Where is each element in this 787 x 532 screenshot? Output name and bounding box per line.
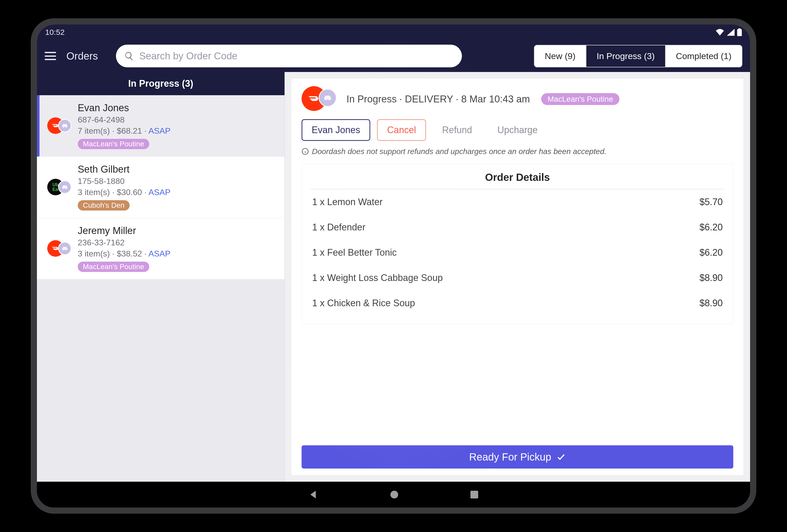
line-item-name: 1 x Feel Better Tonic (312, 247, 397, 258)
page-title: Orders (66, 50, 98, 62)
line-item-price: $6.20 (700, 222, 723, 233)
ready-button-label: Ready For Pickup (469, 451, 551, 463)
order-code: 236-33-7162 (78, 238, 274, 247)
check-icon (556, 452, 566, 462)
order-summary: 7 item(s) · $68.21 · ASAP (78, 126, 274, 136)
signal-icon (727, 29, 735, 36)
delivery-car-icon (58, 242, 71, 255)
clock-text: 10:52 (45, 28, 65, 37)
home-icon[interactable] (390, 491, 398, 498)
customer-name: Seth Gilbert (78, 164, 274, 175)
battery-icon (737, 28, 742, 36)
tab-new[interactable]: New (9) (534, 45, 587, 67)
search-input[interactable] (139, 50, 454, 62)
order-code: 687-64-2498 (78, 115, 274, 125)
system-nav-bar (37, 482, 750, 508)
restriction-note: Doordash does not support refunds and up… (302, 147, 733, 156)
delivery-car-icon (58, 119, 71, 132)
order-summary: 3 item(s) · $30.60 · ASAP (78, 187, 274, 197)
delivery-car-icon (58, 180, 71, 194)
ready-for-pickup-button[interactable]: Ready For Pickup (302, 445, 733, 468)
location-badge: Cuboh's Den (78, 200, 130, 210)
line-item: 1 x Chicken & Rice Soup$8.90 (311, 290, 724, 316)
refund-button: Refund (433, 119, 481, 141)
line-item-price: $8.90 (700, 272, 723, 283)
tab-in-progress[interactable]: In Progress (3) (587, 45, 666, 67)
order-details-title: Order Details (311, 172, 724, 190)
status-tabs: New (9) In Progress (3) Completed (1) (534, 45, 742, 67)
back-icon[interactable] (309, 490, 318, 499)
customer-name: Jeremy Miller (78, 225, 274, 236)
order-speed: ASAP (148, 187, 170, 197)
line-item: 1 x Weight Loss Cabbage Soup$8.90 (311, 265, 724, 290)
svg-rect-1 (739, 28, 741, 30)
location-badge: MacLean's Poutine (78, 262, 149, 272)
upcharge-button: Upcharge (488, 119, 547, 141)
order-code: 175-58-1880 (78, 176, 274, 186)
location-badge: MacLean's Poutine (78, 139, 149, 149)
line-item-name: 1 x Lemon Water (312, 197, 383, 207)
orders-sidebar: In Progress (3) Evan Jones687-64-24987 i… (37, 72, 285, 482)
order-detail-panel: In Progress · DELIVERY · 8 Mar 10:43 am … (291, 78, 744, 475)
order-status-line: In Progress · DELIVERY · 8 Mar 10:43 am (346, 94, 530, 105)
status-bar: 10:52 (37, 24, 750, 40)
info-icon (302, 148, 309, 155)
line-item-name: 1 x Defender (312, 222, 365, 233)
order-card[interactable]: Jeremy Miller236-33-71623 item(s) · $38.… (37, 218, 284, 280)
order-details-card: Order Details 1 x Lemon Water$5.701 x De… (302, 163, 733, 324)
order-card[interactable]: UbEaSeth Gilbert175-58-18803 item(s) · $… (37, 157, 284, 218)
delivery-car-icon (319, 89, 337, 107)
restriction-note-text: Doordash does not support refunds and up… (312, 147, 607, 156)
order-card[interactable]: Evan Jones687-64-24987 item(s) · $68.21 … (37, 95, 284, 157)
search-bar[interactable] (116, 45, 462, 67)
status-icons (716, 28, 742, 36)
line-item-name: 1 x Weight Loss Cabbage Soup (312, 272, 443, 283)
line-item: 1 x Feel Better Tonic$6.20 (311, 240, 724, 265)
line-item-price: $5.70 (700, 197, 723, 207)
line-item-price: $8.90 (700, 298, 723, 309)
order-summary: 3 item(s) · $38.52 · ASAP (78, 249, 274, 259)
cancel-button[interactable]: Cancel (377, 119, 426, 141)
customer-button[interactable]: Evan Jones (302, 119, 370, 141)
line-item-price: $6.20 (700, 247, 723, 258)
tab-completed[interactable]: Completed (1) (666, 45, 742, 67)
recent-icon[interactable] (470, 491, 478, 498)
wifi-icon (716, 29, 724, 36)
search-icon (124, 51, 134, 61)
location-badge: MacLean's Poutine (541, 93, 619, 105)
order-speed: ASAP (148, 126, 170, 135)
menu-icon[interactable] (45, 52, 56, 60)
sidebar-heading: In Progress (3) (37, 72, 284, 95)
order-speed: ASAP (148, 249, 170, 258)
line-item-name: 1 x Chicken & Rice Soup (312, 298, 415, 309)
svg-rect-0 (737, 29, 742, 36)
app-header: Orders New (9) In Progress (3) Completed… (37, 40, 750, 72)
line-item: 1 x Defender$6.20 (311, 215, 724, 240)
customer-name: Evan Jones (78, 103, 274, 113)
line-item: 1 x Lemon Water$5.70 (311, 190, 724, 215)
